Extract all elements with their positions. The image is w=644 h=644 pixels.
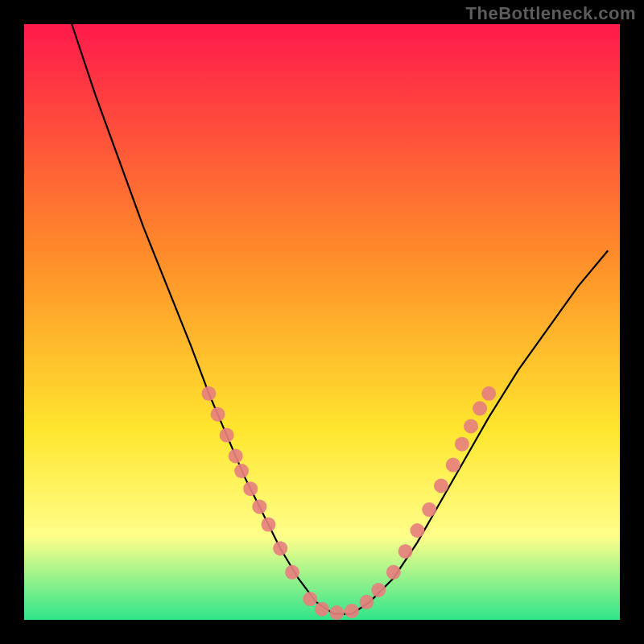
- marker-point: [473, 401, 487, 415]
- bottleneck-chart: [0, 0, 644, 644]
- marker-point: [330, 605, 345, 620]
- marker-point: [234, 464, 249, 478]
- marker-point: [303, 592, 317, 606]
- marker-point: [285, 565, 299, 580]
- marker-point: [252, 499, 266, 514]
- marker-point: [422, 502, 436, 517]
- marker-point: [455, 437, 469, 452]
- marker-point: [243, 481, 258, 496]
- marker-point: [201, 386, 216, 401]
- marker-point: [371, 583, 386, 597]
- watermark-text: TheBottleneck.com: [466, 3, 636, 24]
- marker-point: [345, 604, 359, 618]
- marker-point: [410, 523, 424, 538]
- marker-point: [315, 602, 329, 617]
- marker-point: [398, 544, 413, 559]
- marker-point: [446, 458, 460, 473]
- marker-point: [220, 428, 234, 443]
- marker-point: [464, 419, 478, 434]
- marker-point: [386, 565, 401, 580]
- chart-stage: TheBottleneck.com: [0, 0, 644, 644]
- marker-point: [261, 518, 275, 532]
- marker-point: [229, 449, 243, 464]
- marker-point: [434, 479, 448, 493]
- marker-point: [481, 386, 496, 401]
- plot-background: [24, 24, 620, 620]
- marker-point: [211, 407, 225, 422]
- marker-point: [360, 595, 374, 609]
- marker-point: [273, 541, 287, 555]
